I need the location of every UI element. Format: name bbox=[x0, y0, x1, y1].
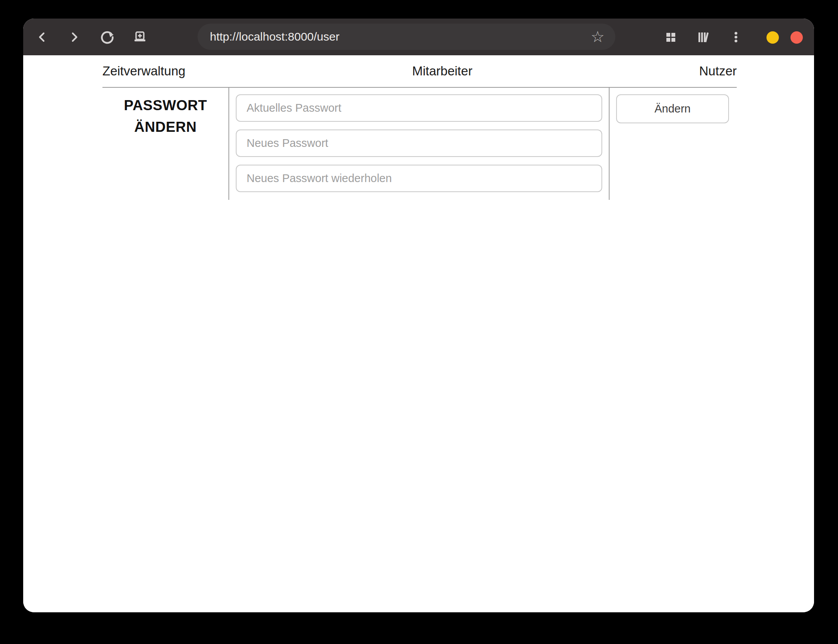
forward-icon bbox=[68, 31, 81, 44]
tab-overview-button[interactable] bbox=[661, 28, 680, 46]
nav-item-mitarbeiter[interactable]: Mitarbeiter bbox=[412, 64, 472, 78]
current-password-input[interactable] bbox=[236, 94, 602, 122]
library-icon bbox=[696, 29, 711, 45]
close-button[interactable] bbox=[790, 31, 803, 44]
library-button[interactable] bbox=[694, 28, 713, 46]
password-fields-cell bbox=[228, 88, 610, 200]
page-title-line2: ÄNDERN bbox=[102, 116, 228, 138]
minimize-button[interactable] bbox=[766, 31, 779, 44]
back-button[interactable] bbox=[33, 28, 51, 46]
new-password-input[interactable] bbox=[236, 129, 602, 157]
password-change-section: PASSWORT ÄNDERN Ändern bbox=[102, 87, 737, 200]
reload-button[interactable] bbox=[98, 28, 117, 46]
screen: http://localhost:8000/user ☆ bbox=[0, 0, 838, 644]
repeat-new-password-input[interactable] bbox=[236, 165, 602, 192]
page-content: Zeitverwaltung Mitarbeiter Nutzer PASSWO… bbox=[23, 55, 814, 612]
page-title: PASSWORT ÄNDERN bbox=[102, 95, 228, 138]
page-title-line1: PASSWORT bbox=[102, 95, 228, 116]
submit-cell: Ändern bbox=[610, 88, 737, 200]
forward-button[interactable] bbox=[65, 28, 83, 46]
back-icon bbox=[36, 31, 49, 44]
tab-grid-icon bbox=[664, 30, 678, 44]
section-title-cell: PASSWORT ÄNDERN bbox=[102, 88, 228, 200]
new-tab-icon bbox=[132, 29, 148, 45]
change-password-button[interactable]: Ändern bbox=[616, 94, 729, 123]
nav-item-zeitverwaltung[interactable]: Zeitverwaltung bbox=[102, 64, 186, 78]
kebab-menu-icon bbox=[729, 30, 743, 44]
main-nav: Zeitverwaltung Mitarbeiter Nutzer bbox=[102, 55, 737, 87]
browser-toolbar: http://localhost:8000/user ☆ bbox=[23, 19, 814, 55]
reload-icon bbox=[100, 29, 115, 45]
nav-item-nutzer[interactable]: Nutzer bbox=[699, 64, 737, 78]
url-bar[interactable]: http://localhost:8000/user ☆ bbox=[198, 24, 615, 50]
menu-button[interactable] bbox=[727, 28, 745, 46]
url-text[interactable]: http://localhost:8000/user bbox=[210, 24, 339, 50]
bookmark-star-icon[interactable]: ☆ bbox=[591, 24, 605, 50]
browser-window: http://localhost:8000/user ☆ bbox=[23, 19, 814, 612]
new-tab-button[interactable] bbox=[131, 28, 149, 46]
